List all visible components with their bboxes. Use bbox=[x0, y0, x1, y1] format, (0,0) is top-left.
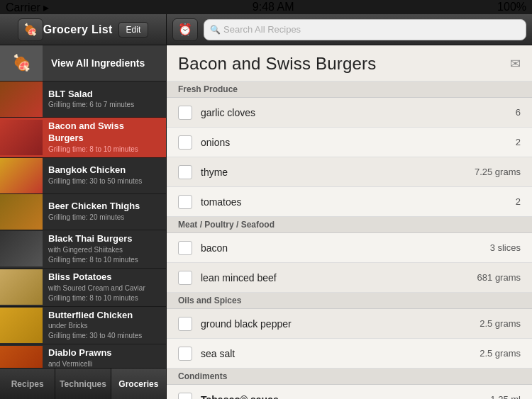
ingredient-onions: onions 2 bbox=[167, 128, 532, 157]
bliss-thumb bbox=[0, 269, 43, 305]
ingredient-salt: sea salt 2.5 grams bbox=[167, 339, 532, 369]
ingredient-tomatoes: tomatoes 2 bbox=[167, 187, 532, 217]
tab-recipes[interactable]: Recipes bbox=[0, 369, 55, 399]
ingredient-tabasco: Tabasco® sauce 1.25 ml bbox=[167, 385, 532, 399]
battery-text: 100% bbox=[497, 1, 526, 13]
tab-techniques[interactable]: Techniques bbox=[55, 369, 111, 399]
time-text: 9:48 AM bbox=[253, 1, 294, 13]
bangkok-title: Bangkok Chicken bbox=[48, 164, 160, 176]
checkbox-bacon[interactable] bbox=[178, 241, 192, 255]
ingredient-qty-beef: 681 grams bbox=[464, 272, 521, 283]
sidebar: 🍖 View All Ingredients BLT Salad Grillin… bbox=[0, 45, 167, 399]
diablo-sub2: and Vermicelli bbox=[48, 359, 160, 368]
sidebar-item-diablo[interactable]: Diablo Prawns and Vermicelli Grilling ti… bbox=[0, 344, 166, 368]
checkbox-salt[interactable] bbox=[178, 347, 192, 361]
search-placeholder: Search All Recipes bbox=[223, 24, 301, 35]
grill-thumb-icon: 🍖 bbox=[12, 54, 31, 72]
bliss-text: Bliss Potatoes with Soured Cream and Cav… bbox=[43, 269, 166, 306]
ingredient-garlic-cloves: garlic cloves 6 bbox=[167, 98, 532, 128]
view-all-label: View All Ingredients bbox=[43, 57, 145, 69]
blt-title: BLT Salad bbox=[48, 89, 160, 101]
timer-button[interactable]: ⏰ bbox=[172, 18, 198, 41]
ingredient-name-tomatoes: tomatoes bbox=[201, 196, 464, 208]
blackthai-sub2: with Gingered Shiitakes bbox=[48, 245, 160, 255]
sidebar-item-black-thai[interactable]: Black Thai Burgers with Gingered Shiitak… bbox=[0, 230, 166, 269]
section-fresh-produce: Fresh Produce bbox=[167, 82, 532, 98]
blt-subtitle: Grilling time: 6 to 7 minutes bbox=[48, 100, 160, 110]
beer-subtitle: Grilling time: 20 minutes bbox=[48, 213, 160, 223]
ingredient-bacon: bacon 3 slices bbox=[167, 233, 532, 263]
blt-text: BLT Salad Grilling time: 6 to 7 minutes bbox=[43, 86, 166, 113]
top-nav: 🍖 Grocery List Edit ⏰ 🔍 Search All Recip… bbox=[0, 14, 532, 45]
tab-recipes-label: Recipes bbox=[11, 379, 44, 389]
grill-nav-icon[interactable]: 🍖 bbox=[18, 18, 43, 41]
grill-thumb: 🍖 bbox=[0, 45, 43, 81]
diablo-title: Diablo Prawns bbox=[48, 347, 160, 359]
sidebar-item-bacon-swiss[interactable]: Bacon and Swiss Burgers Grilling time: 8… bbox=[0, 118, 166, 158]
blackthai-subtitle: Grilling time: 8 to 10 minutes bbox=[48, 255, 160, 265]
ingredient-name-onions: onions bbox=[201, 137, 464, 148]
status-bar: Carrier ▸ 9:48 AM 100% bbox=[0, 0, 532, 14]
ingredient-name-bacon: bacon bbox=[201, 242, 464, 254]
section-meat: Meat / Poultry / Seafood bbox=[167, 217, 532, 233]
bangkok-thumb bbox=[0, 158, 43, 193]
ingredient-name-tabasco: Tabasco® sauce bbox=[201, 394, 464, 400]
ingredient-pepper: ground black pepper 2.5 grams bbox=[167, 309, 532, 339]
checkbox-pepper[interactable] bbox=[178, 317, 192, 331]
section-oils: Oils and Spices bbox=[167, 293, 532, 309]
sidebar-item-bangkok[interactable]: Bangkok Chicken Grilling time: 30 to 50 … bbox=[0, 158, 166, 194]
blackthai-title: Black Thai Burgers bbox=[48, 233, 160, 245]
tab-groceries[interactable]: Groceries bbox=[111, 369, 166, 399]
beer-thumb bbox=[0, 194, 43, 230]
ingredient-qty-garlic: 6 bbox=[464, 107, 521, 118]
bangkok-text: Bangkok Chicken Grilling time: 30 to 50 … bbox=[43, 162, 166, 189]
ingredient-name-salt: sea salt bbox=[201, 348, 464, 359]
nav-right: ⏰ 🔍 Search All Recipes bbox=[167, 18, 532, 41]
main-content: Bacon and Swiss Burgers ✉ Fresh Produce … bbox=[167, 45, 532, 399]
blt-thumb bbox=[0, 82, 43, 117]
checkbox-tomatoes[interactable] bbox=[178, 195, 192, 209]
checkbox-beef[interactable] bbox=[178, 271, 192, 285]
ingredient-name-beef: lean minced beef bbox=[201, 272, 464, 283]
ingredient-name-thyme: thyme bbox=[201, 167, 464, 178]
ingredient-qty-bacon: 3 slices bbox=[464, 242, 521, 253]
bacon-thumb bbox=[0, 120, 43, 155]
content-area: 🍖 View All Ingredients BLT Salad Grillin… bbox=[0, 45, 532, 399]
checkbox-onions[interactable] bbox=[178, 135, 192, 150]
checkbox-tabasco[interactable] bbox=[178, 393, 192, 400]
beer-title: Beer Chicken Thighs bbox=[48, 201, 160, 213]
blackthai-thumb bbox=[0, 231, 43, 266]
ingredient-qty-thyme: 7.25 grams bbox=[464, 167, 521, 177]
sidebar-item-butterflied[interactable]: Butterflied Chicken under Bricks Grillin… bbox=[0, 307, 166, 345]
bacon-title: Bacon and Swiss Burgers bbox=[48, 120, 160, 145]
diablo-thumb bbox=[0, 346, 43, 368]
search-box[interactable]: 🔍 Search All Recipes bbox=[204, 19, 526, 40]
sidebar-item-view-all[interactable]: 🍖 View All Ingredients bbox=[0, 45, 166, 82]
bliss-subtitle: Grilling time: 8 to 10 minutes bbox=[48, 293, 160, 303]
butterflied-subtitle: Grilling time: 30 to 40 minutes bbox=[48, 331, 160, 341]
email-button[interactable]: ✉ bbox=[510, 56, 521, 72]
recipe-header: Bacon and Swiss Burgers ✉ bbox=[167, 45, 532, 82]
timer-icon: ⏰ bbox=[178, 23, 192, 36]
sidebar-list: 🍖 View All Ingredients BLT Salad Grillin… bbox=[0, 45, 166, 368]
grill-icon: 🍖 bbox=[23, 23, 38, 36]
sidebar-item-beer-chicken[interactable]: Beer Chicken Thighs Grilling time: 20 mi… bbox=[0, 194, 166, 230]
butterflied-thumb bbox=[0, 308, 43, 343]
beer-text: Beer Chicken Thighs Grilling time: 20 mi… bbox=[43, 198, 166, 225]
sidebar-item-blt-salad[interactable]: BLT Salad Grilling time: 6 to 7 minutes bbox=[0, 82, 166, 118]
app-container: 🍖 Grocery List Edit ⏰ 🔍 Search All Recip… bbox=[0, 14, 532, 399]
section-condiments: Condiments bbox=[167, 369, 532, 385]
checkbox-garlic[interactable] bbox=[178, 106, 192, 120]
ingredient-name-pepper: ground black pepper bbox=[201, 318, 464, 330]
ingredient-qty-tomatoes: 2 bbox=[464, 196, 521, 207]
tab-bar: Recipes Techniques Groceries bbox=[0, 368, 166, 399]
butterflied-sub2: under Bricks bbox=[48, 321, 160, 331]
sidebar-item-bliss[interactable]: Bliss Potatoes with Soured Cream and Cav… bbox=[0, 269, 166, 307]
ingredient-thyme: thyme 7.25 grams bbox=[167, 157, 532, 187]
edit-button[interactable]: Edit bbox=[118, 22, 149, 38]
ingredient-qty-onions: 2 bbox=[464, 137, 521, 147]
checkbox-thyme[interactable] bbox=[178, 165, 192, 179]
ingredients-list: Fresh Produce garlic cloves 6 onions 2 t… bbox=[167, 82, 532, 399]
bacon-text: Bacon and Swiss Burgers Grilling time: 8… bbox=[43, 118, 166, 157]
bangkok-subtitle: Grilling time: 30 to 50 minutes bbox=[48, 176, 160, 186]
